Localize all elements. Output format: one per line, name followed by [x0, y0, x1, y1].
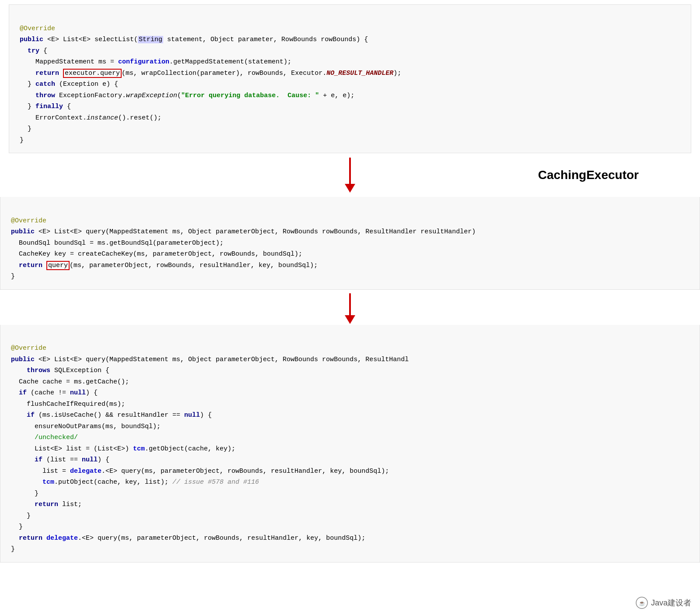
watermark: ☕ Java建设者	[635, 596, 691, 609]
code-block-3: @Override public <E> List<E> query(Mappe…	[0, 325, 700, 563]
code-block-2: @Override public <E> List<E> query(Mappe…	[0, 197, 700, 290]
annotation-2: @Override	[11, 217, 46, 225]
red-arrow-2	[345, 293, 355, 324]
caching-executor-label: CachingExecutor	[538, 168, 639, 182]
code-block-1: @Override public <E> List<E> selectList(…	[9, 4, 691, 153]
arrow-section-2	[0, 290, 700, 325]
watermark-text: Java建设者	[651, 598, 691, 608]
query-highlight: query	[46, 261, 70, 270]
watermark-icon: ☕	[635, 596, 648, 609]
svg-text:☕: ☕	[638, 600, 645, 606]
executor-query-highlight: executor.query	[63, 69, 122, 78]
red-arrow-1	[345, 158, 355, 193]
arrow-section-1: CachingExecutor	[0, 153, 700, 197]
annotation-1: @Override	[20, 25, 55, 32]
line-public-1: public <E> List<E> selectList(String sta…	[20, 36, 368, 43]
page-container: @Override public <E> List<E> selectList(…	[0, 4, 700, 612]
annotation-3: @Override	[11, 345, 46, 352]
